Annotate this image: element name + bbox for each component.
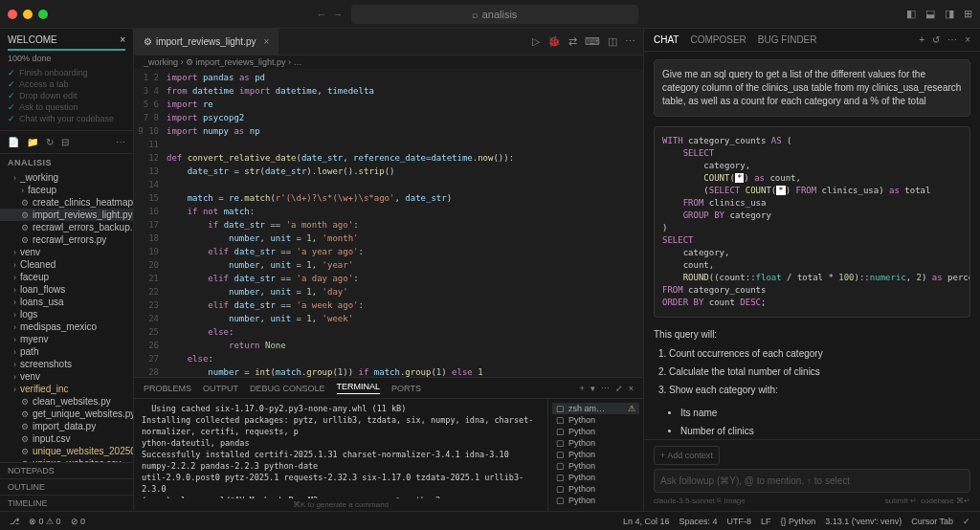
terminal-dropdown-icon[interactable]: ▾ [590, 384, 595, 393]
tree-item[interactable]: ›venv [0, 370, 133, 383]
nav-back-icon[interactable]: ← [317, 9, 327, 20]
welcome-item[interactable]: ✓Chat with your codebase [8, 113, 125, 124]
tree-item[interactable]: ⚙recrawl_errors_backup.py [0, 221, 133, 233]
breadcrumb[interactable]: _working › ⚙ import_reviews_light.py › … [134, 55, 643, 69]
tree-item[interactable]: ›Cleaned [0, 258, 133, 271]
terminal-instance[interactable]: ▢zsh am…⚠ [552, 403, 639, 414]
command-center[interactable]: ⌕ analisis [351, 5, 638, 24]
terminal-tab[interactable]: OUTPUT [203, 384, 238, 393]
minimize-window[interactable] [23, 10, 33, 19]
ai-history-icon[interactable]: ↺ [932, 34, 940, 45]
codebase-button[interactable]: codebase ⌘↵ [921, 497, 970, 505]
new-folder-icon[interactable]: 📁 [27, 137, 38, 147]
ai-tab-composer[interactable]: COMPOSER [690, 34, 746, 45]
explorer-header[interactable]: ANALISIS [0, 154, 133, 171]
welcome-item[interactable]: ✓Ask to question [8, 101, 125, 113]
tree-item[interactable]: ›screenshots [0, 358, 133, 370]
tree-item[interactable]: ›loans_usa [0, 296, 133, 308]
terminal-instance[interactable]: ▢Python [552, 437, 639, 449]
status-item[interactable]: ⊗ 0 ⚠ 0 [29, 517, 61, 526]
welcome-close-icon[interactable]: × [120, 34, 125, 45]
more-icon[interactable]: ⋯ [625, 35, 635, 48]
terminal-tab[interactable]: DEBUG CONSOLE [250, 384, 325, 393]
add-context-button[interactable]: + Add context [654, 446, 720, 465]
status-item[interactable]: {} Python [781, 517, 816, 526]
terminal-maximize-icon[interactable]: ⤢ [615, 384, 623, 393]
tree-item[interactable]: ›loan_flows [0, 283, 133, 296]
explorer-more-icon[interactable]: ⋯ [116, 137, 125, 147]
close-window[interactable] [8, 10, 17, 19]
terminal-instance[interactable]: ▢Python [552, 414, 639, 426]
tree-item[interactable]: ›medispas_mexico [0, 320, 133, 333]
layout-right-icon[interactable]: ◨ [945, 8, 954, 20]
welcome-item[interactable]: ✓Drop down edit [8, 90, 125, 101]
terminal-tab[interactable]: PORTS [391, 384, 421, 393]
code-content[interactable]: import pandas as pd from datetime import… [167, 69, 643, 377]
status-item[interactable]: ✓ [963, 517, 970, 526]
refresh-icon[interactable]: ↻ [46, 137, 54, 147]
status-item[interactable]: ⎇ [10, 517, 19, 526]
welcome-item[interactable]: ✓Access a tab [8, 78, 125, 90]
status-item[interactable]: LF [761, 517, 771, 526]
ai-input[interactable]: Ask followup (⌘Y), @ to mention, ↑ to se… [654, 469, 970, 493]
welcome-item[interactable]: ✓Finish onboarding [8, 67, 125, 78]
terminal-output[interactable]: Using cached six-1.17.0-py2.py3-none-any… [134, 399, 547, 498]
tree-item[interactable]: ›faceup [0, 271, 133, 283]
tree-item[interactable]: ⚙get_unique_websites.py [0, 408, 133, 420]
status-item[interactable]: UTF-8 [727, 517, 752, 526]
outline-section[interactable]: OUTLINE [0, 478, 133, 495]
tab-close-icon[interactable]: × [264, 36, 270, 47]
tree-item[interactable]: ›verified_inc [0, 383, 133, 395]
terminal-instance[interactable]: ▢Python [552, 495, 639, 506]
sql-code-block[interactable]: WITH category_counts AS ( SELECT categor… [654, 126, 970, 318]
layout-left-icon[interactable]: ◧ [906, 8, 916, 20]
terminal-instance[interactable]: ▢Python [552, 426, 639, 437]
editor-tab[interactable]: ⚙ import_reviews_light.py × [134, 29, 278, 55]
model-selector[interactable]: claude-3.5-sonnet ⎘ Image [654, 497, 746, 505]
status-item[interactable]: 3.13.1 ('venv': venv) [825, 517, 902, 526]
tree-item[interactable]: ›venv [0, 246, 133, 258]
submit-button[interactable]: submit ↵ [885, 497, 917, 505]
terminal-instance[interactable]: ▢Python [552, 472, 639, 483]
code-editor[interactable]: 1 2 3 4 5 6 7 8 9 10 11 12 13 14 15 16 1… [134, 69, 643, 377]
status-item[interactable]: Ln 4, Col 16 [623, 517, 670, 526]
tree-item[interactable]: ›logs [0, 308, 133, 320]
terminal-instance[interactable]: ▢Python [552, 460, 639, 472]
timeline-section[interactable]: TIMELINE [0, 495, 133, 511]
ai-tab-chat[interactable]: CHAT [654, 34, 679, 45]
tree-item[interactable]: ›myenv [0, 333, 133, 345]
maximize-window[interactable] [38, 10, 48, 19]
keyboard-icon[interactable]: ⌨ [585, 35, 600, 48]
status-item[interactable]: ⊘ 0 [71, 517, 86, 526]
nav-forward-icon[interactable]: → [333, 9, 344, 20]
status-item[interactable]: Spaces: 4 [679, 517, 718, 526]
new-file-icon[interactable]: 📄 [8, 137, 19, 147]
terminal-instance[interactable]: ▢Python [552, 449, 639, 460]
ai-more-icon[interactable]: ⋯ [947, 34, 957, 45]
ai-close-icon[interactable]: × [965, 34, 970, 45]
debug-icon[interactable]: 🐞 [547, 35, 561, 48]
status-item[interactable]: Cursor Tab [911, 517, 953, 526]
tree-item[interactable]: ⚙input.csv [0, 432, 133, 445]
tree-item[interactable]: ⚙unique_websites_20250207_004… [0, 445, 133, 457]
tree-item[interactable]: ⚙import_data.py [0, 420, 133, 432]
ai-tab-bugfinder[interactable]: BUG FINDER [758, 34, 817, 45]
tree-item[interactable]: ⚙import_reviews_light.py [0, 209, 133, 221]
ai-new-chat-icon[interactable]: + [919, 34, 924, 45]
tree-item[interactable]: ⚙create_clinics_heatmap.py [0, 196, 133, 209]
layout-bottom-icon[interactable]: ⬓ [925, 8, 935, 20]
tree-item[interactable]: ›path [0, 345, 133, 358]
terminal-more-icon[interactable]: ⋯ [601, 384, 610, 393]
terminal-close-icon[interactable]: × [629, 384, 634, 393]
diff-icon[interactable]: ⇄ [568, 35, 577, 48]
notepads-section[interactable]: NOTEPADS [0, 462, 133, 478]
terminal-tab[interactable]: TERMINAL [337, 382, 381, 394]
terminal-instance[interactable]: ▢Python [552, 483, 639, 495]
terminal-add-icon[interactable]: + [579, 384, 584, 393]
tree-item[interactable]: ›faceup [0, 184, 133, 196]
run-icon[interactable]: ▷ [532, 35, 540, 48]
tree-item[interactable]: ⚙recrawl_errors.py [0, 233, 133, 246]
customize-layout-icon[interactable]: ⊞ [964, 8, 972, 20]
terminal-tab[interactable]: PROBLEMS [144, 384, 191, 393]
tree-item[interactable]: ›_working [0, 171, 133, 184]
